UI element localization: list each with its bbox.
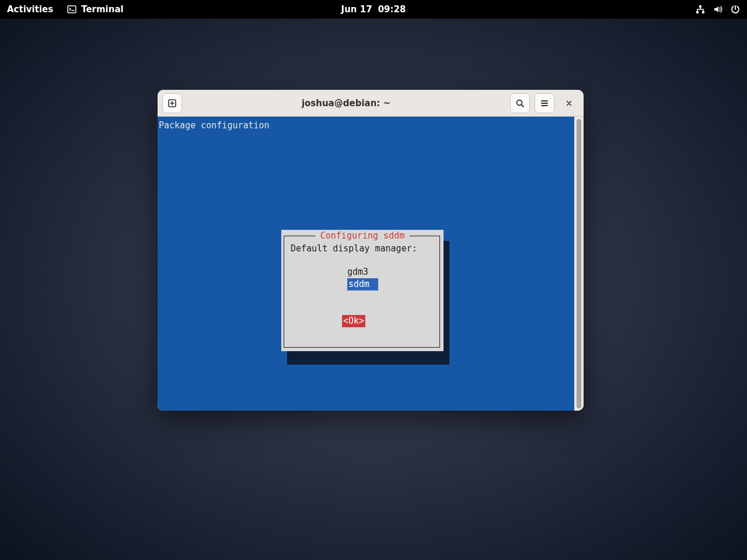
hamburger-menu-button[interactable] <box>535 93 554 113</box>
dialog-prompt: Default display manager: <box>291 243 417 255</box>
new-tab-button[interactable] <box>162 93 182 113</box>
terminal-body: Package configuration Configuring sddm D… <box>158 117 584 411</box>
svg-rect-1 <box>699 5 701 8</box>
system-status-area[interactable] <box>696 5 740 14</box>
svg-rect-0 <box>68 6 76 13</box>
terminal-scrollbar[interactable] <box>577 119 581 408</box>
active-app-indicator[interactable]: Terminal <box>67 4 124 15</box>
network-icon <box>696 5 705 14</box>
clock[interactable]: Jun 17 09:28 <box>341 4 406 15</box>
terminal-window: joshua@debian: ~ Package configuration C… <box>158 90 584 411</box>
option-sddm[interactable]: sddm <box>347 278 378 290</box>
clock-time: 09:28 <box>378 4 406 15</box>
option-gdm3[interactable]: gdm3 <box>347 266 368 278</box>
window-titlebar: joshua@debian: ~ <box>158 90 584 117</box>
gnome-top-bar: Activities Terminal Jun 17 09:28 <box>0 0 747 19</box>
dialog-title: Configuring sddm <box>316 230 410 242</box>
terminal-content[interactable]: Package configuration Configuring sddm D… <box>158 117 574 411</box>
package-config-header: Package configuration <box>159 120 270 132</box>
ok-button[interactable]: <Ok> <box>342 315 365 327</box>
svg-rect-2 <box>696 11 699 13</box>
terminal-icon <box>67 5 76 14</box>
activities-button[interactable]: Activities <box>7 4 53 15</box>
search-button[interactable] <box>510 93 530 113</box>
power-icon <box>731 5 740 14</box>
svg-rect-3 <box>702 11 704 13</box>
svg-point-6 <box>517 100 522 105</box>
active-app-name: Terminal <box>81 4 124 15</box>
debconf-dialog: Configuring sddm Default display manager… <box>281 230 444 351</box>
volume-icon <box>713 5 722 14</box>
clock-date: Jun 17 <box>341 4 372 15</box>
close-button[interactable] <box>559 93 579 113</box>
window-title: joshua@debian: ~ <box>187 98 505 108</box>
